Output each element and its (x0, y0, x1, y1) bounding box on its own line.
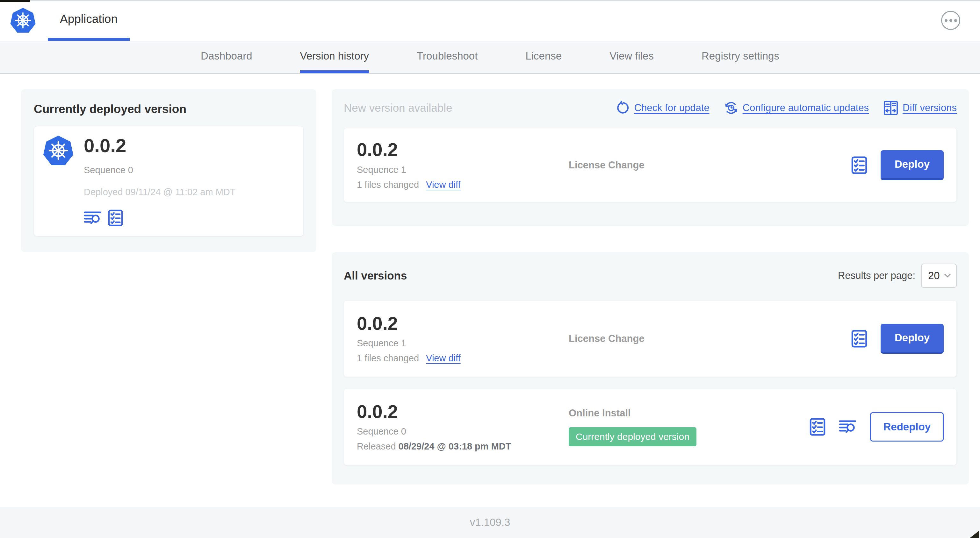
preflight-checklist-icon[interactable] (851, 156, 867, 174)
overflow-menu-button[interactable] (941, 11, 960, 30)
files-changed-row: 1 files changed View diff (357, 353, 569, 363)
results-per-page-value: 20 (928, 270, 940, 282)
currently-deployed-title: Currently deployed version (34, 103, 304, 116)
version-row: 0.0.2 Sequence 1 1 files changed View di… (344, 300, 957, 377)
new-version-panel: New version available Check for update (332, 89, 969, 226)
app-tab-application[interactable]: Application (48, 0, 130, 41)
release-notes: License Change (569, 333, 851, 344)
all-versions-panel: All versions Results per page: 20 (332, 252, 969, 484)
files-changed-text: 1 files changed (357, 179, 419, 190)
files-changed-row: 1 files changed View diff (357, 179, 569, 190)
new-version-title: New version available (344, 102, 452, 114)
app-logo-wrap (10, 0, 36, 41)
page-footer: v1.109.3 (0, 507, 980, 538)
currently-deployed-badge: Currently deployed version (569, 427, 697, 446)
tab-registry-settings[interactable]: Registry settings (702, 41, 779, 73)
app-tab-label: Application (60, 13, 118, 26)
configure-automatic-updates-label: Configure automatic updates (743, 102, 869, 114)
currently-deployed-card: 0.0.2 Sequence 0 Deployed 09/11/24 @ 11:… (34, 126, 304, 236)
new-version-panel-head: New version available Check for update (344, 101, 957, 115)
deployed-version-number: 0.0.2 (84, 135, 236, 157)
version-info: 0.0.2 Sequence 0 Released 08/29/24 @ 03:… (357, 402, 569, 452)
redeploy-button[interactable]: Redeploy (870, 412, 944, 441)
release-notes-text: Online Install (569, 408, 810, 419)
version-info: 0.0.2 Sequence 1 1 files changed View di… (357, 314, 569, 364)
release-notes: Online Install Currently deployed versio… (569, 408, 810, 446)
tab-license[interactable]: License (525, 41, 562, 73)
kubernetes-logo-icon (10, 7, 36, 34)
view-logs-icon[interactable] (84, 210, 102, 226)
app-header: Application (0, 0, 980, 41)
view-diff-link[interactable]: View diff (426, 353, 461, 363)
configure-automatic-updates-link[interactable]: Configure automatic updates (724, 101, 869, 115)
version-number: 0.0.2 (357, 402, 569, 422)
preflight-checklist-icon[interactable] (810, 418, 826, 436)
version-rows: 0.0.2 Sequence 1 1 files changed View di… (344, 300, 957, 465)
deployed-version-info: 0.0.2 Sequence 0 Deployed 09/11/24 @ 11:… (84, 135, 236, 226)
admin-console-version: v1.109.3 (470, 516, 511, 528)
results-per-page: Results per page: 20 (838, 263, 957, 288)
results-per-page-select[interactable]: 20 (921, 263, 957, 288)
version-actions: Deploy (851, 324, 944, 354)
release-notes: License Change (569, 159, 851, 171)
deploy-button[interactable]: Deploy (881, 150, 944, 180)
diff-versions-label: Diff versions (902, 102, 957, 114)
view-logs-icon[interactable] (839, 419, 857, 435)
preflight-checklist-icon[interactable] (851, 330, 867, 348)
view-diff-link[interactable]: View diff (426, 179, 461, 190)
deploy-button[interactable]: Deploy (881, 324, 944, 354)
diff-icon (883, 101, 898, 115)
check-for-update-link[interactable]: Check for update (616, 101, 710, 115)
files-changed-text: 1 files changed (357, 353, 419, 363)
schedule-update-icon (724, 101, 738, 115)
released-timestamp: Released 08/29/24 @ 03:18 pm MDT (357, 441, 569, 452)
chevron-down-icon (944, 273, 951, 278)
app-subnav: Dashboard Version history Troubleshoot L… (0, 41, 980, 74)
version-info: 0.0.2 Sequence 1 1 files changed View di… (357, 140, 569, 190)
version-history-page: Application Dashboard Version history Tr… (0, 0, 980, 538)
version-sequence: Sequence 0 (357, 426, 569, 437)
version-actions: Redeploy (810, 412, 944, 441)
all-versions-head: All versions Results per page: 20 (344, 263, 957, 288)
preflight-checklist-icon[interactable] (108, 209, 123, 226)
ellipsis-icon (945, 19, 948, 22)
tab-version-history[interactable]: Version history (300, 41, 369, 73)
tab-troubleshoot[interactable]: Troubleshoot (417, 41, 477, 73)
refresh-icon (616, 101, 630, 115)
version-sequence: Sequence 1 (357, 338, 569, 349)
deployed-actions (84, 209, 236, 226)
tab-dashboard[interactable]: Dashboard (201, 41, 252, 73)
results-per-page-label: Results per page: (838, 270, 915, 281)
top-hairline (0, 0, 980, 1)
diff-versions-link[interactable]: Diff versions (883, 101, 957, 115)
deployed-sequence: Sequence 0 (84, 165, 236, 175)
version-sequence: Sequence 1 (357, 165, 569, 175)
screenshot-artifact (0, 0, 30, 2)
version-row: 0.0.2 Sequence 0 Released 08/29/24 @ 03:… (344, 389, 957, 465)
all-versions-title: All versions (344, 269, 407, 282)
currently-deployed-panel: Currently deployed version (21, 89, 317, 252)
version-number: 0.0.2 (357, 314, 569, 333)
version-number: 0.0.2 (357, 140, 569, 159)
main-content: Currently deployed version (0, 74, 980, 507)
tab-view-files[interactable]: View files (609, 41, 654, 73)
update-actions: Check for update (616, 101, 957, 115)
deployed-timestamp: Deployed 09/11/24 @ 11:02 am MDT (84, 187, 236, 197)
kubernetes-logo-icon (42, 135, 74, 167)
right-column: New version available Check for update (332, 89, 969, 507)
left-column: Currently deployed version (21, 89, 317, 507)
check-for-update-label: Check for update (634, 102, 710, 114)
version-actions: Deploy (851, 150, 944, 180)
new-version-card: 0.0.2 Sequence 1 1 files changed View di… (344, 128, 957, 202)
